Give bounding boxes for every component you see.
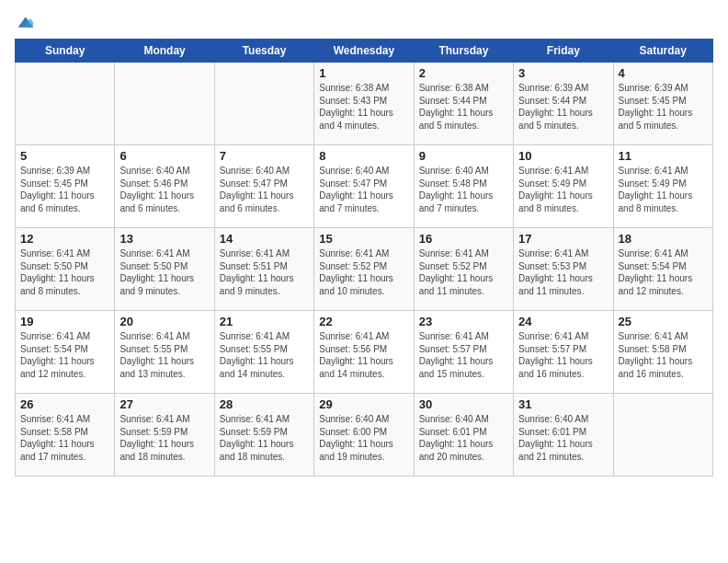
day-info: Sunrise: 6:40 AM Sunset: 5:48 PM Dayligh…	[419, 165, 508, 214]
calendar-cell: 8Sunrise: 6:40 AM Sunset: 5:47 PM Daylig…	[314, 145, 414, 228]
day-number: 3	[518, 66, 608, 80]
day-of-week-row: SundayMondayTuesdayWednesdayThursdayFrid…	[16, 40, 713, 63]
day-info: Sunrise: 6:41 AM Sunset: 5:49 PM Dayligh…	[619, 165, 708, 214]
day-info: Sunrise: 6:39 AM Sunset: 5:45 PM Dayligh…	[619, 82, 708, 132]
calendar-cell: 17Sunrise: 6:41 AM Sunset: 5:53 PM Dayli…	[514, 228, 613, 311]
day-info: Sunrise: 6:38 AM Sunset: 5:44 PM Dayligh…	[419, 82, 508, 132]
day-info: Sunrise: 6:41 AM Sunset: 5:54 PM Dayligh…	[619, 247, 708, 297]
calendar-cell: 7Sunrise: 6:40 AM Sunset: 5:47 PM Daylig…	[214, 145, 313, 228]
day-number: 16	[419, 232, 508, 246]
calendar-cell: 25Sunrise: 6:41 AM Sunset: 5:58 PM Dayli…	[613, 311, 712, 394]
day-number: 10	[518, 149, 608, 163]
day-header-thursday: Thursday	[414, 40, 513, 63]
day-number: 13	[119, 232, 209, 246]
calendar-cell: 20Sunrise: 6:41 AM Sunset: 5:55 PM Dayli…	[115, 311, 214, 394]
day-info: Sunrise: 6:41 AM Sunset: 5:49 PM Dayligh…	[518, 165, 608, 214]
day-number: 4	[619, 66, 708, 80]
day-info: Sunrise: 6:41 AM Sunset: 5:58 PM Dayligh…	[20, 413, 109, 463]
calendar-cell: 12Sunrise: 6:41 AM Sunset: 5:50 PM Dayli…	[16, 228, 115, 311]
day-number: 19	[20, 315, 109, 328]
calendar-cell: 23Sunrise: 6:41 AM Sunset: 5:57 PM Dayli…	[414, 311, 513, 394]
calendar-week-5: 26Sunrise: 6:41 AM Sunset: 5:58 PM Dayli…	[16, 394, 713, 477]
day-number: 17	[518, 232, 608, 246]
day-number: 22	[319, 315, 408, 328]
day-info: Sunrise: 6:41 AM Sunset: 5:55 PM Dayligh…	[220, 330, 309, 380]
day-header-friday: Friday	[514, 40, 613, 63]
day-number: 2	[419, 66, 508, 80]
calendar-week-4: 19Sunrise: 6:41 AM Sunset: 5:54 PM Dayli…	[16, 311, 713, 394]
day-info: Sunrise: 6:40 AM Sunset: 5:47 PM Dayligh…	[319, 165, 408, 214]
calendar-cell	[115, 63, 214, 145]
day-info: Sunrise: 6:41 AM Sunset: 5:58 PM Dayligh…	[619, 330, 708, 380]
day-number: 27	[119, 397, 209, 411]
calendar-cell: 11Sunrise: 6:41 AM Sunset: 5:49 PM Dayli…	[613, 145, 712, 228]
day-info: Sunrise: 6:41 AM Sunset: 5:57 PM Dayligh…	[518, 330, 608, 380]
calendar-cell: 21Sunrise: 6:41 AM Sunset: 5:55 PM Dayli…	[214, 311, 313, 394]
day-info: Sunrise: 6:39 AM Sunset: 5:44 PM Dayligh…	[518, 82, 608, 132]
day-info: Sunrise: 6:41 AM Sunset: 5:54 PM Dayligh…	[20, 330, 109, 380]
calendar-week-2: 5Sunrise: 6:39 AM Sunset: 5:45 PM Daylig…	[16, 145, 713, 228]
day-info: Sunrise: 6:40 AM Sunset: 6:01 PM Dayligh…	[518, 413, 608, 463]
calendar-week-3: 12Sunrise: 6:41 AM Sunset: 5:50 PM Dayli…	[16, 228, 713, 311]
calendar-cell: 19Sunrise: 6:41 AM Sunset: 5:54 PM Dayli…	[16, 311, 115, 394]
calendar-cell: 1Sunrise: 6:38 AM Sunset: 5:43 PM Daylig…	[314, 63, 414, 145]
day-number: 30	[419, 397, 508, 411]
day-number: 6	[119, 149, 209, 163]
day-info: Sunrise: 6:41 AM Sunset: 5:59 PM Dayligh…	[220, 413, 309, 463]
calendar-cell: 31Sunrise: 6:40 AM Sunset: 6:01 PM Dayli…	[514, 394, 613, 477]
day-number: 5	[20, 149, 109, 163]
day-info: Sunrise: 6:41 AM Sunset: 5:51 PM Dayligh…	[220, 247, 309, 297]
calendar-cell: 9Sunrise: 6:40 AM Sunset: 5:48 PM Daylig…	[414, 145, 513, 228]
calendar-week-1: 1Sunrise: 6:38 AM Sunset: 5:43 PM Daylig…	[16, 63, 713, 145]
calendar-cell: 3Sunrise: 6:39 AM Sunset: 5:44 PM Daylig…	[514, 63, 613, 145]
day-info: Sunrise: 6:39 AM Sunset: 5:45 PM Dayligh…	[20, 165, 109, 214]
calendar-cell: 15Sunrise: 6:41 AM Sunset: 5:52 PM Dayli…	[314, 228, 414, 311]
day-number: 31	[518, 397, 608, 411]
day-number: 9	[419, 149, 508, 163]
calendar-cell: 6Sunrise: 6:40 AM Sunset: 5:46 PM Daylig…	[115, 145, 214, 228]
day-info: Sunrise: 6:40 AM Sunset: 5:47 PM Dayligh…	[220, 165, 309, 214]
day-info: Sunrise: 6:41 AM Sunset: 5:55 PM Dayligh…	[119, 330, 209, 380]
day-number: 26	[20, 397, 109, 411]
day-number: 14	[220, 232, 309, 246]
day-header-saturday: Saturday	[613, 40, 712, 63]
day-info: Sunrise: 6:41 AM Sunset: 5:57 PM Dayligh…	[419, 330, 508, 380]
calendar-cell: 18Sunrise: 6:41 AM Sunset: 5:54 PM Dayli…	[613, 228, 712, 311]
calendar-cell: 27Sunrise: 6:41 AM Sunset: 5:59 PM Dayli…	[115, 394, 214, 477]
calendar-cell	[214, 63, 313, 145]
day-number: 20	[119, 315, 209, 328]
day-number: 21	[220, 315, 309, 328]
day-number: 25	[619, 315, 708, 328]
calendar-cell: 29Sunrise: 6:40 AM Sunset: 6:00 PM Dayli…	[314, 394, 414, 477]
calendar-cell	[613, 394, 712, 477]
day-number: 15	[319, 232, 408, 246]
calendar-cell	[16, 63, 115, 145]
calendar-cell: 5Sunrise: 6:39 AM Sunset: 5:45 PM Daylig…	[16, 145, 115, 228]
day-number: 7	[220, 149, 309, 163]
calendar-cell: 28Sunrise: 6:41 AM Sunset: 5:59 PM Dayli…	[214, 394, 313, 477]
header	[15, 15, 713, 29]
day-header-sunday: Sunday	[16, 40, 115, 63]
day-info: Sunrise: 6:40 AM Sunset: 6:01 PM Dayligh…	[419, 413, 508, 463]
day-info: Sunrise: 6:40 AM Sunset: 6:00 PM Dayligh…	[319, 413, 408, 463]
day-number: 29	[319, 397, 408, 411]
day-number: 1	[319, 66, 408, 80]
day-info: Sunrise: 6:41 AM Sunset: 5:52 PM Dayligh…	[419, 247, 508, 297]
day-info: Sunrise: 6:41 AM Sunset: 5:50 PM Dayligh…	[119, 247, 209, 297]
calendar-cell: 10Sunrise: 6:41 AM Sunset: 5:49 PM Dayli…	[514, 145, 613, 228]
day-info: Sunrise: 6:40 AM Sunset: 5:46 PM Dayligh…	[119, 165, 209, 214]
calendar-table: SundayMondayTuesdayWednesdayThursdayFrid…	[15, 39, 713, 477]
calendar-cell: 26Sunrise: 6:41 AM Sunset: 5:58 PM Dayli…	[16, 394, 115, 477]
calendar-cell: 4Sunrise: 6:39 AM Sunset: 5:45 PM Daylig…	[613, 63, 712, 145]
calendar-body: 1Sunrise: 6:38 AM Sunset: 5:43 PM Daylig…	[16, 63, 713, 477]
calendar-cell: 22Sunrise: 6:41 AM Sunset: 5:56 PM Dayli…	[314, 311, 414, 394]
day-number: 11	[619, 149, 708, 163]
day-info: Sunrise: 6:41 AM Sunset: 5:53 PM Dayligh…	[518, 247, 608, 297]
logo	[15, 15, 33, 29]
day-header-tuesday: Tuesday	[214, 40, 313, 63]
day-info: Sunrise: 6:41 AM Sunset: 5:50 PM Dayligh…	[20, 247, 109, 297]
day-number: 24	[518, 315, 608, 328]
calendar-cell: 30Sunrise: 6:40 AM Sunset: 6:01 PM Dayli…	[414, 394, 513, 477]
day-info: Sunrise: 6:41 AM Sunset: 5:56 PM Dayligh…	[319, 330, 408, 380]
day-number: 8	[319, 149, 408, 163]
